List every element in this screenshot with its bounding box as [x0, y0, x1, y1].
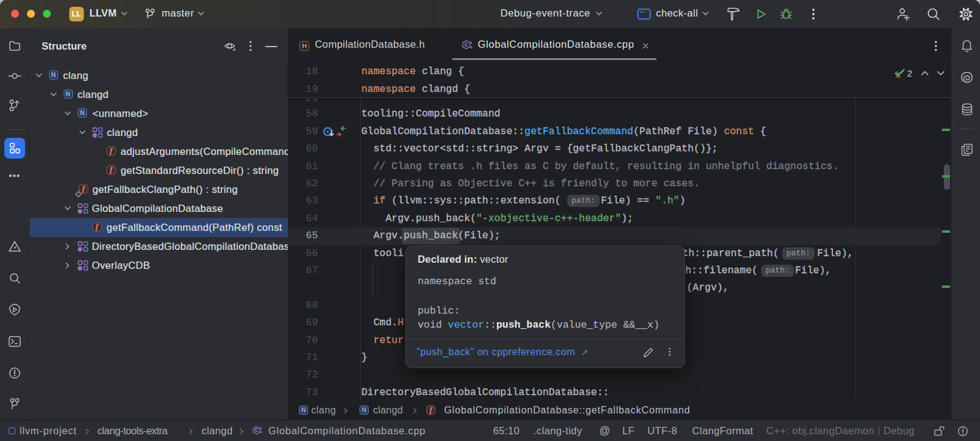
svg-text:C: C [464, 42, 469, 48]
svg-text:C: C [255, 427, 259, 433]
